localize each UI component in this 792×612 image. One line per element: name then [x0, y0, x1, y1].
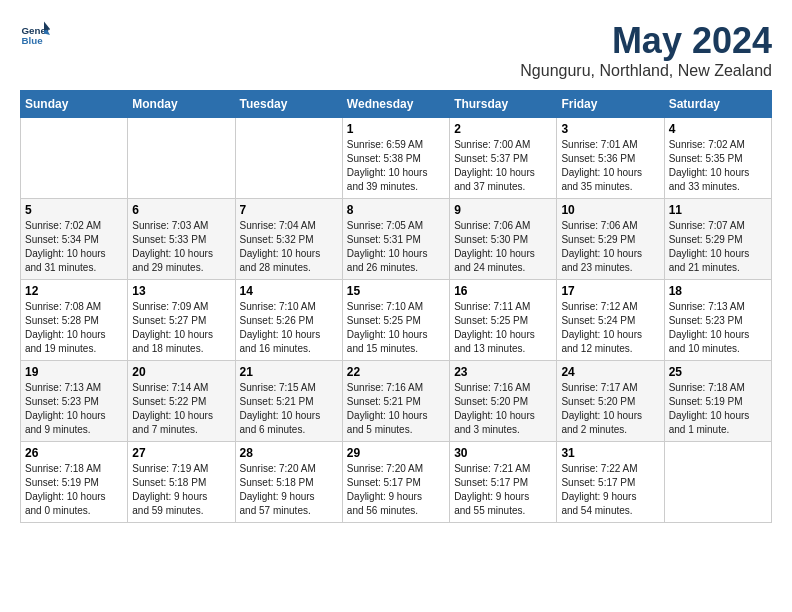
day-info: Sunrise: 7:13 AMSunset: 5:23 PMDaylight:…: [669, 300, 767, 356]
calendar-cell: 6Sunrise: 7:03 AMSunset: 5:33 PMDaylight…: [128, 199, 235, 280]
calendar-cell: 19Sunrise: 7:13 AMSunset: 5:23 PMDayligh…: [21, 361, 128, 442]
calendar-cell: 9Sunrise: 7:06 AMSunset: 5:30 PMDaylight…: [450, 199, 557, 280]
day-info: Sunrise: 7:16 AMSunset: 5:20 PMDaylight:…: [454, 381, 552, 437]
weekday-header-wednesday: Wednesday: [342, 91, 449, 118]
day-info: Sunrise: 7:22 AMSunset: 5:17 PMDaylight:…: [561, 462, 659, 518]
calendar-cell: 8Sunrise: 7:05 AMSunset: 5:31 PMDaylight…: [342, 199, 449, 280]
weekday-header-sunday: Sunday: [21, 91, 128, 118]
day-info: Sunrise: 7:19 AMSunset: 5:18 PMDaylight:…: [132, 462, 230, 518]
calendar-week-row: 5Sunrise: 7:02 AMSunset: 5:34 PMDaylight…: [21, 199, 772, 280]
day-info: Sunrise: 7:15 AMSunset: 5:21 PMDaylight:…: [240, 381, 338, 437]
day-number: 9: [454, 203, 552, 217]
title-section: May 2024 Ngunguru, Northland, New Zealan…: [520, 20, 772, 80]
day-number: 28: [240, 446, 338, 460]
calendar-cell: 29Sunrise: 7:20 AMSunset: 5:17 PMDayligh…: [342, 442, 449, 523]
day-info: Sunrise: 7:18 AMSunset: 5:19 PMDaylight:…: [669, 381, 767, 437]
day-info: Sunrise: 6:59 AMSunset: 5:38 PMDaylight:…: [347, 138, 445, 194]
day-info: Sunrise: 7:02 AMSunset: 5:35 PMDaylight:…: [669, 138, 767, 194]
page-header: General Blue May 2024 Ngunguru, Northlan…: [20, 20, 772, 80]
calendar-week-row: 1Sunrise: 6:59 AMSunset: 5:38 PMDaylight…: [21, 118, 772, 199]
day-info: Sunrise: 7:07 AMSunset: 5:29 PMDaylight:…: [669, 219, 767, 275]
day-info: Sunrise: 7:06 AMSunset: 5:29 PMDaylight:…: [561, 219, 659, 275]
calendar-table: SundayMondayTuesdayWednesdayThursdayFrid…: [20, 90, 772, 523]
day-number: 21: [240, 365, 338, 379]
day-info: Sunrise: 7:03 AMSunset: 5:33 PMDaylight:…: [132, 219, 230, 275]
day-number: 3: [561, 122, 659, 136]
day-number: 22: [347, 365, 445, 379]
day-info: Sunrise: 7:17 AMSunset: 5:20 PMDaylight:…: [561, 381, 659, 437]
day-number: 1: [347, 122, 445, 136]
calendar-cell: 3Sunrise: 7:01 AMSunset: 5:36 PMDaylight…: [557, 118, 664, 199]
calendar-cell: 1Sunrise: 6:59 AMSunset: 5:38 PMDaylight…: [342, 118, 449, 199]
day-info: Sunrise: 7:08 AMSunset: 5:28 PMDaylight:…: [25, 300, 123, 356]
day-number: 10: [561, 203, 659, 217]
day-info: Sunrise: 7:13 AMSunset: 5:23 PMDaylight:…: [25, 381, 123, 437]
day-number: 29: [347, 446, 445, 460]
calendar-cell: 28Sunrise: 7:20 AMSunset: 5:18 PMDayligh…: [235, 442, 342, 523]
day-number: 16: [454, 284, 552, 298]
calendar-cell: 7Sunrise: 7:04 AMSunset: 5:32 PMDaylight…: [235, 199, 342, 280]
calendar-cell: 27Sunrise: 7:19 AMSunset: 5:18 PMDayligh…: [128, 442, 235, 523]
calendar-cell: 13Sunrise: 7:09 AMSunset: 5:27 PMDayligh…: [128, 280, 235, 361]
day-info: Sunrise: 7:12 AMSunset: 5:24 PMDaylight:…: [561, 300, 659, 356]
day-info: Sunrise: 7:18 AMSunset: 5:19 PMDaylight:…: [25, 462, 123, 518]
day-info: Sunrise: 7:04 AMSunset: 5:32 PMDaylight:…: [240, 219, 338, 275]
day-number: 13: [132, 284, 230, 298]
day-info: Sunrise: 7:10 AMSunset: 5:25 PMDaylight:…: [347, 300, 445, 356]
day-number: 20: [132, 365, 230, 379]
day-info: Sunrise: 7:00 AMSunset: 5:37 PMDaylight:…: [454, 138, 552, 194]
day-number: 15: [347, 284, 445, 298]
day-number: 5: [25, 203, 123, 217]
weekday-header-saturday: Saturday: [664, 91, 771, 118]
calendar-cell: 5Sunrise: 7:02 AMSunset: 5:34 PMDaylight…: [21, 199, 128, 280]
day-info: Sunrise: 7:11 AMSunset: 5:25 PMDaylight:…: [454, 300, 552, 356]
day-info: Sunrise: 7:02 AMSunset: 5:34 PMDaylight:…: [25, 219, 123, 275]
calendar-cell: 18Sunrise: 7:13 AMSunset: 5:23 PMDayligh…: [664, 280, 771, 361]
weekday-header-thursday: Thursday: [450, 91, 557, 118]
calendar-cell: [235, 118, 342, 199]
calendar-cell: 11Sunrise: 7:07 AMSunset: 5:29 PMDayligh…: [664, 199, 771, 280]
calendar-cell: [21, 118, 128, 199]
day-info: Sunrise: 7:14 AMSunset: 5:22 PMDaylight:…: [132, 381, 230, 437]
logo: General Blue: [20, 20, 54, 50]
location-title: Ngunguru, Northland, New Zealand: [520, 62, 772, 80]
day-info: Sunrise: 7:21 AMSunset: 5:17 PMDaylight:…: [454, 462, 552, 518]
day-number: 23: [454, 365, 552, 379]
day-number: 7: [240, 203, 338, 217]
day-info: Sunrise: 7:09 AMSunset: 5:27 PMDaylight:…: [132, 300, 230, 356]
day-number: 25: [669, 365, 767, 379]
day-number: 11: [669, 203, 767, 217]
calendar-cell: 20Sunrise: 7:14 AMSunset: 5:22 PMDayligh…: [128, 361, 235, 442]
calendar-cell: 2Sunrise: 7:00 AMSunset: 5:37 PMDaylight…: [450, 118, 557, 199]
day-number: 26: [25, 446, 123, 460]
calendar-cell: 22Sunrise: 7:16 AMSunset: 5:21 PMDayligh…: [342, 361, 449, 442]
day-info: Sunrise: 7:16 AMSunset: 5:21 PMDaylight:…: [347, 381, 445, 437]
calendar-cell: 14Sunrise: 7:10 AMSunset: 5:26 PMDayligh…: [235, 280, 342, 361]
calendar-cell: 23Sunrise: 7:16 AMSunset: 5:20 PMDayligh…: [450, 361, 557, 442]
weekday-header-tuesday: Tuesday: [235, 91, 342, 118]
day-number: 14: [240, 284, 338, 298]
day-number: 24: [561, 365, 659, 379]
day-number: 18: [669, 284, 767, 298]
calendar-cell: 16Sunrise: 7:11 AMSunset: 5:25 PMDayligh…: [450, 280, 557, 361]
calendar-cell: 25Sunrise: 7:18 AMSunset: 5:19 PMDayligh…: [664, 361, 771, 442]
calendar-cell: [664, 442, 771, 523]
calendar-week-row: 19Sunrise: 7:13 AMSunset: 5:23 PMDayligh…: [21, 361, 772, 442]
calendar-cell: 12Sunrise: 7:08 AMSunset: 5:28 PMDayligh…: [21, 280, 128, 361]
weekday-header-row: SundayMondayTuesdayWednesdayThursdayFrid…: [21, 91, 772, 118]
calendar-week-row: 12Sunrise: 7:08 AMSunset: 5:28 PMDayligh…: [21, 280, 772, 361]
day-number: 31: [561, 446, 659, 460]
day-number: 6: [132, 203, 230, 217]
day-info: Sunrise: 7:05 AMSunset: 5:31 PMDaylight:…: [347, 219, 445, 275]
weekday-header-friday: Friday: [557, 91, 664, 118]
day-number: 12: [25, 284, 123, 298]
day-number: 17: [561, 284, 659, 298]
day-number: 19: [25, 365, 123, 379]
calendar-cell: 15Sunrise: 7:10 AMSunset: 5:25 PMDayligh…: [342, 280, 449, 361]
calendar-cell: [128, 118, 235, 199]
calendar-cell: 10Sunrise: 7:06 AMSunset: 5:29 PMDayligh…: [557, 199, 664, 280]
svg-text:Blue: Blue: [22, 35, 44, 46]
calendar-cell: 24Sunrise: 7:17 AMSunset: 5:20 PMDayligh…: [557, 361, 664, 442]
calendar-cell: 21Sunrise: 7:15 AMSunset: 5:21 PMDayligh…: [235, 361, 342, 442]
month-title: May 2024: [520, 20, 772, 62]
